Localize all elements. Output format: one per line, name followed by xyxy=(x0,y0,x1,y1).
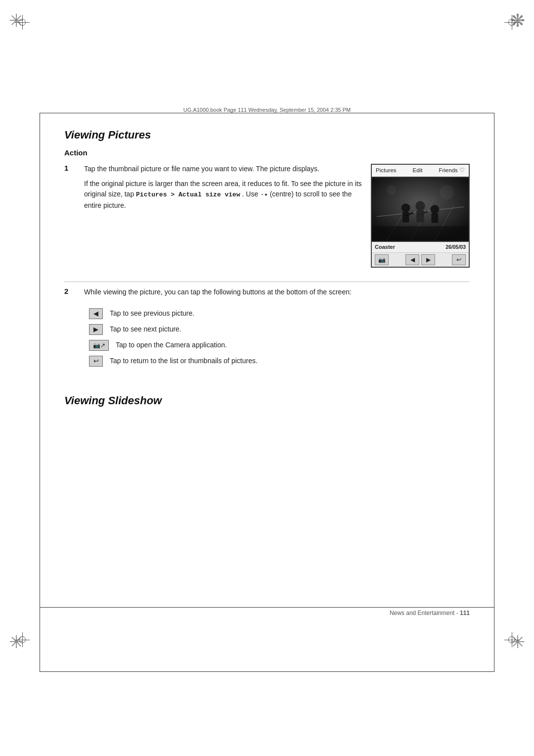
screen-image-footer: Coaster 26/05/03 xyxy=(372,241,469,252)
menu-friends[interactable]: Friends ♡ xyxy=(439,166,465,175)
crosshair-tl xyxy=(15,15,30,30)
return-desc: Tap to return to the list or thumbnails … xyxy=(110,356,258,366)
back-btn[interactable]: ↩ xyxy=(452,254,466,265)
crosshair-br xyxy=(504,632,519,647)
inline-code-2: ·✦ xyxy=(260,191,268,198)
header-text: UG.A1000.book Page 111 Wednesday, Septem… xyxy=(179,107,355,113)
footer-text: News and Entertainment - 111 xyxy=(390,610,470,616)
section2-title: Viewing Slideshow xyxy=(64,394,470,407)
step2: 2 While viewing the picture, you can tap… xyxy=(64,287,470,379)
list-item-next: ▶ Tap to see next picture. xyxy=(89,324,352,335)
menu-edit[interactable]: Edit xyxy=(413,166,423,175)
image-date: 26/05/03 xyxy=(445,243,466,251)
step2-number: 2 xyxy=(64,287,74,379)
svg-point-9 xyxy=(431,205,440,214)
section1-title: Viewing Pictures xyxy=(64,129,470,142)
svg-point-7 xyxy=(415,201,425,211)
button-list: ◀ Tap to see previous picture. ▶ Tap to … xyxy=(89,308,352,367)
svg-rect-6 xyxy=(402,212,409,223)
next-btn[interactable]: ▶ xyxy=(421,254,435,265)
prev-icon-box: ◀ xyxy=(89,308,103,319)
return-icon-box: ↩ xyxy=(89,356,103,367)
menu-pictures[interactable]: Pictures xyxy=(376,166,397,175)
screen-toolbar[interactable]: 📷 ◀ ▶ ↩ xyxy=(372,252,469,267)
svg-point-15 xyxy=(386,185,396,195)
step2-content: While viewing the picture, you can tap t… xyxy=(84,287,352,372)
step1-content: Pictures Edit Friends ♡ xyxy=(84,164,470,273)
divider1 xyxy=(64,282,470,282)
next-icon-box: ▶ xyxy=(89,324,103,335)
screen-mockup: Pictures Edit Friends ♡ xyxy=(371,164,470,268)
prev-btn[interactable]: ◀ xyxy=(405,254,419,265)
list-item-return: ↩ Tap to return to the list or thumbnail… xyxy=(89,356,352,367)
image-name: Coaster xyxy=(375,243,395,251)
svg-rect-8 xyxy=(416,210,424,223)
crosshair-tr xyxy=(504,15,519,30)
camera-desc: Tap to open the Camera application. xyxy=(116,340,227,350)
step2-para: While viewing the picture, you can tap t… xyxy=(84,287,352,298)
footer-top-line xyxy=(40,607,494,608)
step1: 1 Pictures Edit Friends ♡ xyxy=(64,164,470,273)
footer-bottom-line xyxy=(40,671,494,672)
main-content: Viewing Pictures Action 1 Pictures Edit … xyxy=(64,129,470,407)
svg-rect-13 xyxy=(372,226,469,240)
screen-menubar: Pictures Edit Friends ♡ xyxy=(372,165,469,177)
inline-code-1: Pictures > Actual size view xyxy=(136,191,240,198)
vline-right xyxy=(494,113,494,672)
next-desc: Tap to see next picture. xyxy=(110,325,181,334)
svg-point-5 xyxy=(401,203,410,212)
header-line xyxy=(40,113,494,113)
action-label: Action xyxy=(64,148,470,157)
footer-label: News and Entertainment - xyxy=(390,610,460,616)
screen-image-area xyxy=(372,177,469,241)
svg-point-14 xyxy=(440,185,454,199)
crosshair-bl xyxy=(15,632,30,647)
svg-rect-10 xyxy=(432,213,439,223)
camera-icon-box: 📷↗ xyxy=(89,340,109,351)
footer-page: 111 xyxy=(460,610,470,616)
list-item-prev: ◀ Tap to see previous picture. xyxy=(89,308,352,319)
vline-left xyxy=(40,113,40,672)
camera-btn[interactable]: 📷 xyxy=(375,254,389,265)
list-item-camera: 📷↗ Tap to open the Camera application. xyxy=(89,340,352,351)
toolbar-nav: ◀ ▶ xyxy=(405,254,435,265)
prev-desc: Tap to see previous picture. xyxy=(110,309,194,319)
step1-number: 1 xyxy=(64,164,74,273)
